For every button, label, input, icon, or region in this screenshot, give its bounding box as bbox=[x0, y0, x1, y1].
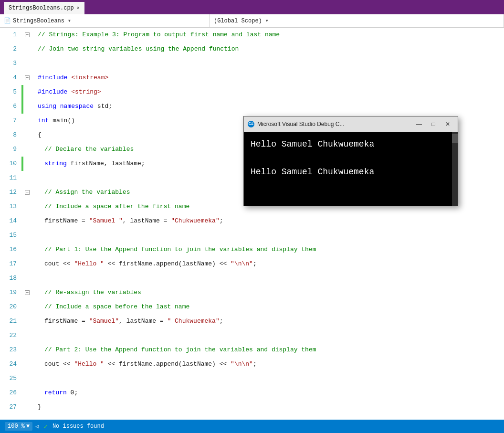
code-line-22: 22 bbox=[0, 328, 504, 343]
debug-icon: C# bbox=[248, 121, 254, 127]
line-number: 27 bbox=[0, 400, 21, 414]
line-number: 12 bbox=[0, 185, 21, 200]
code-line-23: 23// Part 2: Use the Append function to … bbox=[0, 343, 504, 357]
code-tokens: } bbox=[38, 400, 504, 414]
token: // Part 2: Use the Append function to jo… bbox=[44, 346, 316, 353]
zoom-level: 100 % bbox=[8, 423, 25, 430]
collapse-button[interactable]: − bbox=[23, 290, 31, 295]
debug-output-line3: Hello Samuel Chukwuemeka bbox=[251, 165, 451, 179]
code-tokens: cout << "Hello " << firstName.append(las… bbox=[44, 357, 504, 371]
scope-dropdown-icon: 📄 bbox=[4, 17, 11, 24]
editor-area: 1−// Strings: Example 3: Program to outp… bbox=[0, 28, 504, 420]
scope-dropdown-arrow: ▼ bbox=[68, 19, 71, 23]
token: string bbox=[44, 160, 71, 167]
scope-label: StringsBooleans bbox=[13, 18, 64, 24]
debug-scroll-thumb[interactable] bbox=[452, 134, 458, 143]
code-line-5: 5#include <string> bbox=[0, 85, 504, 99]
code-line-17: 17cout << "Hello " << firstName.append(l… bbox=[0, 257, 504, 271]
debug-scrollbar[interactable] bbox=[452, 132, 458, 206]
tab-close-icon[interactable]: × bbox=[77, 6, 80, 11]
status-check-icon: ✓ bbox=[43, 422, 47, 431]
code-tokens: return 0; bbox=[44, 386, 504, 400]
line-number: 2 bbox=[0, 42, 21, 56]
token: #include bbox=[38, 74, 71, 81]
global-scope-dropdown[interactable]: (Global Scope) ▼ bbox=[210, 14, 504, 27]
token: "Samuel" bbox=[89, 317, 119, 325]
debug-content: Hello Samuel Chukwuemeka Hello Samuel Ch… bbox=[244, 132, 458, 206]
token: // Include a space after the first name bbox=[44, 203, 189, 210]
line-number: 14 bbox=[0, 214, 21, 228]
token: << firstName.append(lastName) << bbox=[104, 360, 231, 368]
zoom-dropdown[interactable]: 100 % ▼ bbox=[5, 422, 32, 431]
code-tokens: // Join two string variables using the A… bbox=[38, 42, 504, 56]
scope-dropdown[interactable]: 📄 StringsBooleans ▼ bbox=[0, 14, 210, 27]
code-line-25: 25 bbox=[0, 371, 504, 386]
debug-maximize-button[interactable]: □ bbox=[427, 119, 440, 129]
token: "Hello " bbox=[74, 360, 104, 368]
token: // Re-assign the variables bbox=[44, 289, 141, 296]
code-tokens: // Part 1: Use the Append function to jo… bbox=[44, 243, 504, 257]
token: firstName, lastName; bbox=[71, 160, 145, 167]
collapse-button[interactable]: − bbox=[23, 190, 31, 195]
token: , lastName = bbox=[119, 317, 167, 325]
token: 0; bbox=[71, 389, 78, 396]
status-left: 100 % ▼ ◁ bbox=[5, 422, 39, 431]
line-indicator bbox=[21, 99, 23, 114]
code-tokens: // Part 2: Use the Append function to jo… bbox=[44, 343, 504, 357]
zoom-arrow: ▼ bbox=[26, 423, 30, 430]
title-bar: StringsBooleans.cpp × bbox=[0, 0, 504, 14]
code-tokens: using namespace std; bbox=[38, 99, 504, 114]
tab-label: StringsBooleans.cpp bbox=[9, 5, 74, 11]
token: "Chukwuemeka" bbox=[171, 217, 219, 224]
token: "\n\n" bbox=[231, 360, 253, 368]
debug-console[interactable]: C# Microsoft Visual Studio Debug C... — … bbox=[243, 116, 458, 206]
collapse-button[interactable]: − bbox=[23, 32, 31, 37]
debug-close-button[interactable]: ✕ bbox=[441, 119, 454, 129]
code-container[interactable]: 1−// Strings: Example 3: Program to outp… bbox=[0, 28, 504, 420]
line-number: 15 bbox=[0, 228, 21, 243]
line-number: 4 bbox=[0, 71, 21, 85]
token: // Join two string variables using the A… bbox=[38, 45, 239, 53]
token: cout << bbox=[44, 260, 74, 267]
line-number: 20 bbox=[0, 300, 21, 314]
line-number: 6 bbox=[0, 99, 21, 114]
debug-output-line2 bbox=[251, 151, 451, 165]
code-tokens: // Re-assign the variables bbox=[44, 285, 504, 300]
code-tokens: cout << "Hello " << firstName.append(las… bbox=[44, 257, 504, 271]
collapse-button[interactable]: − bbox=[23, 75, 31, 80]
status-message: No issues found bbox=[52, 423, 104, 430]
token: <string> bbox=[71, 88, 101, 95]
code-tokens: // Include a space before the last name bbox=[44, 300, 504, 314]
line-indicator bbox=[21, 85, 23, 99]
line-number: 5 bbox=[0, 85, 21, 99]
file-tab[interactable]: StringsBooleans.cpp × bbox=[4, 2, 84, 14]
token: << firstName.append(lastName) << bbox=[104, 260, 231, 267]
token: "\n\n" bbox=[231, 260, 253, 267]
line-number: 11 bbox=[0, 171, 21, 185]
line-number: 1 bbox=[0, 28, 21, 42]
token: std; bbox=[97, 103, 112, 110]
line-number: 18 bbox=[0, 271, 21, 285]
code-line-24: 24cout << "Hello " << firstName.append(l… bbox=[0, 357, 504, 371]
line-number: 23 bbox=[0, 343, 21, 357]
line-number: 3 bbox=[0, 56, 21, 71]
debug-controls: — □ ✕ bbox=[413, 119, 454, 129]
token: ; bbox=[253, 260, 257, 267]
code-line-3: 3 bbox=[0, 56, 504, 71]
token: ; bbox=[220, 317, 223, 325]
line-number: 25 bbox=[0, 371, 21, 386]
token: ; bbox=[220, 217, 223, 224]
global-scope-label: (Global Scope) bbox=[214, 18, 262, 24]
line-number: 10 bbox=[0, 157, 21, 171]
debug-titlebar: C# Microsoft Visual Studio Debug C... — … bbox=[244, 116, 458, 132]
line-number: 26 bbox=[0, 386, 21, 400]
code-line-1: 1−// Strings: Example 3: Program to outp… bbox=[0, 28, 504, 42]
line-number: 13 bbox=[0, 200, 21, 214]
debug-minimize-button[interactable]: — bbox=[413, 119, 425, 129]
token: " Chukwuemeka" bbox=[167, 317, 219, 325]
token: "Samuel " bbox=[89, 217, 123, 224]
line-number: 17 bbox=[0, 257, 21, 271]
debug-title: Microsoft Visual Studio Debug C... bbox=[257, 121, 410, 127]
global-scope-arrow: ▼ bbox=[266, 19, 268, 23]
code-line-15: 15 bbox=[0, 228, 504, 243]
